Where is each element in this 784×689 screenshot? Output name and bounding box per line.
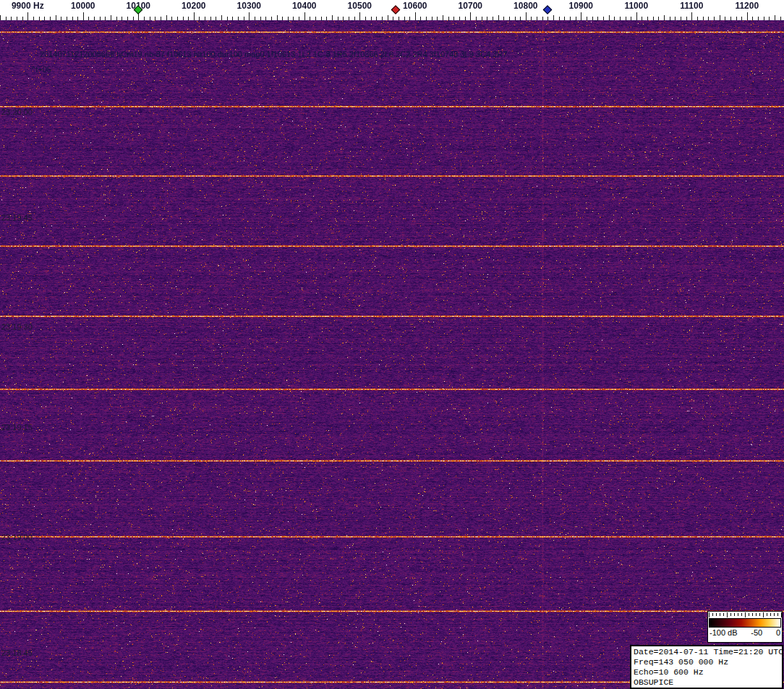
ruler-tick xyxy=(371,17,372,20)
ruler-tick xyxy=(620,17,621,20)
info-frequency: Freq=143 050 000 Hz xyxy=(634,657,780,667)
ruler-tick xyxy=(697,17,698,20)
ruler-tick xyxy=(570,17,571,20)
ruler-tick xyxy=(194,12,195,20)
ruler-tick xyxy=(94,17,95,20)
ruler-tick xyxy=(614,17,615,20)
ruler-tick xyxy=(730,17,731,20)
ruler-tick xyxy=(177,17,178,20)
ruler-tick xyxy=(127,17,128,20)
ruler-tick xyxy=(559,17,560,20)
ruler-tick xyxy=(686,17,687,20)
ruler-tick xyxy=(476,17,477,20)
ruler-tick xyxy=(232,17,233,20)
frequency-ruler: 9900 Hz100001010010200103001040010500106… xyxy=(0,0,784,20)
ruler-tick xyxy=(531,17,532,20)
ruler-tick xyxy=(183,17,184,20)
ruler-tick xyxy=(166,15,167,20)
ruler-tick xyxy=(498,15,499,20)
ruler-tick xyxy=(426,17,427,20)
ruler-tick xyxy=(100,17,101,20)
blue-diamond-marker[interactable] xyxy=(543,5,553,14)
colorbar-label-max: 0 xyxy=(776,628,780,637)
ruler-tick xyxy=(144,17,145,20)
ruler-tick xyxy=(576,17,576,20)
ruler-tick xyxy=(432,17,433,20)
ruler-tick xyxy=(310,17,310,20)
ruler-tick xyxy=(465,17,466,20)
info-echo-frequency: Echo=10 600 Hz xyxy=(634,667,780,677)
ruler-tick xyxy=(299,17,299,20)
ruler-tick xyxy=(603,17,604,20)
ruler-tick xyxy=(597,17,598,20)
ruler-tick xyxy=(365,17,366,20)
colorbar: -100 dB -50 0 xyxy=(707,611,783,643)
colorbar-tick xyxy=(741,613,742,616)
ruler-tick xyxy=(343,17,344,20)
ruler-tick xyxy=(50,17,51,20)
ruler-tick xyxy=(238,17,239,20)
ruler-tick xyxy=(547,17,548,20)
ruler-tick xyxy=(437,17,438,20)
ruler-frequency-label: 10600 xyxy=(403,1,427,11)
ruler-tick xyxy=(216,17,216,20)
ruler-tick xyxy=(227,17,228,20)
colorbar-tick xyxy=(763,612,764,617)
ruler-frequency-label: 11100 xyxy=(680,1,703,11)
ruler-tick xyxy=(321,17,322,20)
ruler-tick xyxy=(758,17,759,20)
ruler-tick xyxy=(56,15,56,20)
colorbar-tick xyxy=(774,613,775,616)
ruler-frequency-label: 10400 xyxy=(292,1,316,11)
red-diamond-marker[interactable] xyxy=(391,5,401,14)
colorbar-labels: -100 dB -50 0 xyxy=(708,628,782,637)
ruler-frequency-label: 10500 xyxy=(348,1,372,11)
ruler-tick xyxy=(664,15,665,20)
ruler-tick xyxy=(736,17,737,20)
colorbar-gradient xyxy=(709,618,781,628)
ruler-tick xyxy=(741,17,742,20)
ruler-tick xyxy=(205,17,205,20)
colorbar-tick xyxy=(712,613,713,616)
ruler-tick xyxy=(349,17,349,20)
ruler-tick xyxy=(265,17,266,20)
ruler-tick xyxy=(17,17,17,20)
colorbar-tick xyxy=(723,613,724,616)
ruler-tick xyxy=(670,17,670,20)
observation-info-box: Date=2014-07-11 Time=21:20 UTC Freq=143 … xyxy=(630,645,783,689)
ruler-tick xyxy=(155,17,155,20)
ruler-tick xyxy=(681,17,681,20)
ruler-tick xyxy=(33,17,34,20)
ruler-tick xyxy=(288,17,289,20)
ruler-tick xyxy=(581,12,581,20)
colorbar-tick xyxy=(777,613,778,616)
colorbar-tick xyxy=(716,613,717,616)
ruler-tick xyxy=(39,17,40,20)
ruler-tick xyxy=(255,17,255,20)
colorbar-tick xyxy=(709,612,710,617)
colorbar-tick xyxy=(770,613,771,616)
ruler-tick xyxy=(404,17,405,20)
colorbar-tick xyxy=(749,613,749,616)
ruler-tick xyxy=(769,17,770,20)
ruler-tick xyxy=(83,12,84,20)
ruler-tick xyxy=(520,17,521,20)
ruler-tick xyxy=(150,17,150,20)
ruler-tick xyxy=(210,17,211,20)
ruler-tick xyxy=(271,17,272,20)
ruler-frequency-label: 10700 xyxy=(459,1,482,11)
colorbar-label-min: -100 dB xyxy=(710,628,738,637)
ruler-frequency-label: 10900 xyxy=(569,1,593,11)
ruler-tick xyxy=(11,17,12,20)
ruler-frequency-label: 11000 xyxy=(624,1,648,11)
info-date-time: Date=2014-07-11 Time=21:20 UTC xyxy=(634,647,780,657)
ruler-frequency-label: 9900 Hz xyxy=(12,1,44,11)
ruler-tick xyxy=(293,17,294,20)
ruler-tick xyxy=(675,17,676,20)
spectrogram-canvas[interactable] xyxy=(0,20,784,689)
spectrogram-window: 9900 Hz100001010010200103001040010500106… xyxy=(0,0,784,689)
ruler-tick xyxy=(420,17,421,20)
ruler-tick xyxy=(161,17,161,20)
ruler-tick xyxy=(626,17,626,20)
colorbar-tick xyxy=(745,612,746,617)
